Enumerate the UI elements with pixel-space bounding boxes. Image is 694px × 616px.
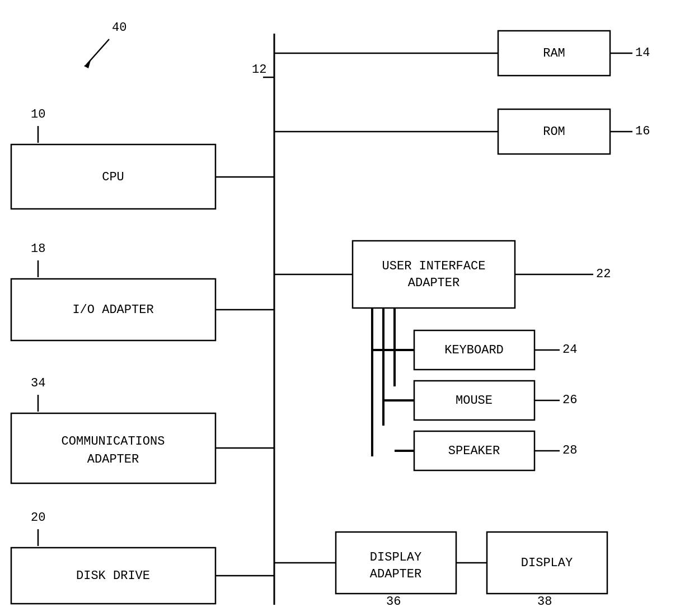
ref-22: 22: [596, 267, 611, 281]
comm-adapter-label2: ADAPTER: [87, 452, 139, 466]
speaker-label: SPEAKER: [448, 444, 500, 458]
ref-36: 36: [386, 595, 401, 609]
svg-line-0: [87, 39, 109, 64]
ref-24: 24: [562, 343, 577, 357]
rom-label: ROM: [543, 125, 565, 139]
cpu-label: CPU: [102, 170, 124, 184]
display-label: DISPLAY: [521, 556, 573, 570]
display-adapter-label1: DISPLAY: [370, 550, 421, 564]
ui-adapter-label1: USER INTERFACE: [382, 259, 486, 273]
ref-40: 40: [112, 21, 126, 35]
ram-label: RAM: [543, 46, 565, 60]
mouse-label: MOUSE: [456, 394, 493, 408]
ref-28: 28: [562, 444, 577, 458]
ref-14: 14: [635, 46, 650, 60]
io-adapter-label: I/O ADAPTER: [72, 303, 153, 317]
comm-adapter-label1: COMMUNICATIONS: [62, 435, 165, 449]
disk-drive-label: DISK DRIVE: [76, 569, 150, 583]
ref-26: 26: [562, 393, 577, 407]
ui-adapter-box: [353, 241, 515, 308]
ref-34: 34: [31, 376, 45, 390]
ref-38: 38: [537, 595, 552, 609]
ref-10: 10: [31, 108, 45, 122]
ref-16: 16: [635, 124, 650, 138]
keyboard-label: KEYBOARD: [444, 343, 504, 357]
ref-20: 20: [31, 511, 45, 525]
ref-18: 18: [31, 242, 45, 256]
display-adapter-label2: ADAPTER: [370, 567, 421, 581]
ref-12: 12: [252, 63, 266, 77]
svg-marker-1: [84, 60, 91, 68]
ui-adapter-label2: ADAPTER: [408, 276, 459, 290]
diagram: 40 10 CPU 18 I/O ADAPTER 34 COMMUNICATIO…: [0, 0, 694, 616]
